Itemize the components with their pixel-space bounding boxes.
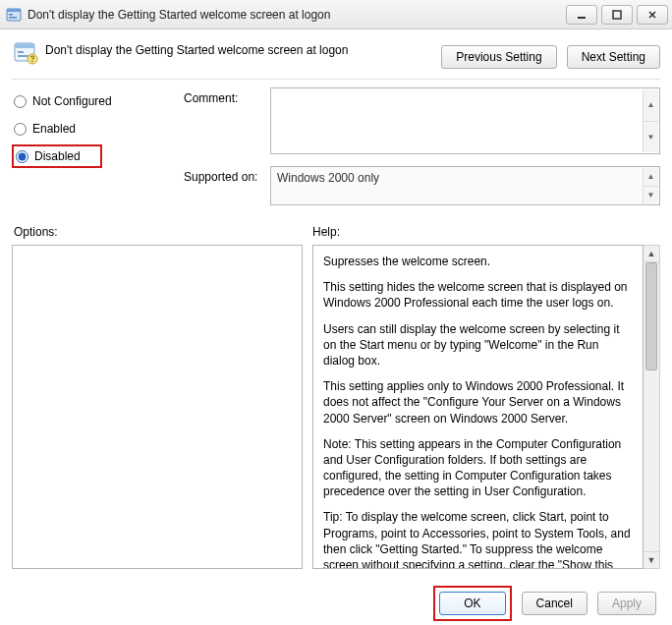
radio-enabled[interactable]: Enabled xyxy=(12,115,184,142)
comment-scroll-down[interactable]: ▼ xyxy=(644,122,658,153)
help-scroll-down[interactable]: ▼ xyxy=(644,551,659,568)
window-title: Don't display the Getting Started welcom… xyxy=(28,8,566,22)
ok-highlight: OK xyxy=(433,586,511,621)
policy-title: Don't display the Getting Started welcom… xyxy=(45,39,441,57)
help-p3: Users can still display the welcome scre… xyxy=(323,321,633,369)
help-p5: Note: This setting appears in the Comput… xyxy=(323,436,633,500)
svg-rect-1 xyxy=(7,9,21,12)
radio-disabled-label: Disabled xyxy=(34,149,81,163)
app-icon xyxy=(6,7,22,23)
titlebar: Don't display the Getting Started welcom… xyxy=(0,0,672,29)
state-radio-group: Not Configured Enabled Disabled xyxy=(12,87,184,205)
options-label: Options: xyxy=(12,225,312,239)
cancel-button[interactable]: Cancel xyxy=(522,592,588,615)
ok-button[interactable]: OK xyxy=(439,592,505,615)
help-p1: Supresses the welcome screen. xyxy=(323,254,633,269)
policy-icon xyxy=(12,39,39,67)
radio-not-configured-input[interactable] xyxy=(14,95,27,108)
header-row: Don't display the Getting Started welcom… xyxy=(12,39,660,69)
comment-textarea[interactable]: ▲ ▼ xyxy=(270,87,660,154)
right-column: Comment: ▲ ▼ Supported on: Windows 2000 … xyxy=(184,87,660,205)
supported-scroll-down[interactable]: ▼ xyxy=(644,187,658,204)
content-area: Don't display the Getting Started welcom… xyxy=(0,29,672,625)
help-scroll-thumb[interactable] xyxy=(645,262,657,370)
svg-rect-7 xyxy=(15,43,34,48)
help-scrollbar[interactable]: ▲ ▼ xyxy=(644,245,660,569)
svg-rect-2 xyxy=(9,14,13,16)
pane-labels: Options: Help: xyxy=(12,225,660,239)
split-panes: Supresses the welcome screen. This setti… xyxy=(12,245,660,569)
comment-label: Comment: xyxy=(184,87,270,154)
comment-scroll: ▲ ▼ xyxy=(643,89,658,152)
supported-label: Supported on: xyxy=(184,166,270,205)
next-setting-button[interactable]: Next Setting xyxy=(567,45,660,69)
minimize-button[interactable] xyxy=(566,5,597,25)
previous-setting-button[interactable]: Previous Setting xyxy=(441,45,556,69)
divider xyxy=(12,79,660,80)
radio-disabled-input[interactable] xyxy=(16,150,28,163)
config-row: Not Configured Enabled Disabled Comment:… xyxy=(12,87,660,205)
dialog-footer: OK Cancel Apply xyxy=(0,582,672,625)
help-label: Help: xyxy=(312,225,340,239)
help-scroll-up[interactable]: ▲ xyxy=(644,246,659,262)
options-pane xyxy=(12,245,303,569)
apply-button[interactable]: Apply xyxy=(597,592,656,615)
close-button[interactable] xyxy=(637,5,668,25)
svg-rect-5 xyxy=(613,11,621,19)
supported-on-text: Windows 2000 only xyxy=(277,171,379,185)
radio-enabled-label: Enabled xyxy=(32,122,76,136)
supported-scroll-up[interactable]: ▲ xyxy=(644,168,658,187)
nav-buttons: Previous Setting Next Setting xyxy=(441,39,660,69)
maximize-button[interactable] xyxy=(601,5,633,25)
svg-rect-3 xyxy=(9,17,17,19)
comment-scroll-up[interactable]: ▲ xyxy=(644,89,658,122)
supported-row: Supported on: Windows 2000 only ▲ ▼ xyxy=(184,166,660,205)
radio-not-configured[interactable]: Not Configured xyxy=(12,87,184,115)
supported-on-box: Windows 2000 only ▲ ▼ xyxy=(270,166,660,205)
help-pane: Supresses the welcome screen. This setti… xyxy=(312,245,644,569)
help-wrap: Supresses the welcome screen. This setti… xyxy=(312,245,660,569)
comment-row: Comment: ▲ ▼ xyxy=(184,87,660,154)
radio-enabled-input[interactable] xyxy=(14,123,27,136)
svg-rect-4 xyxy=(578,17,586,19)
help-p6: Tip: To display the welcome screen, clic… xyxy=(323,509,633,569)
help-scroll-track[interactable] xyxy=(644,262,659,551)
svg-point-11 xyxy=(31,61,33,63)
help-p4: This setting applies only to Windows 200… xyxy=(323,378,633,426)
radio-disabled[interactable]: Disabled xyxy=(12,144,102,168)
help-p2: This setting hides the welcome screen th… xyxy=(323,279,633,311)
radio-not-configured-label: Not Configured xyxy=(32,94,112,108)
supported-scroll: ▲ ▼ xyxy=(643,168,658,203)
window-controls xyxy=(566,5,668,25)
svg-rect-8 xyxy=(18,51,24,53)
